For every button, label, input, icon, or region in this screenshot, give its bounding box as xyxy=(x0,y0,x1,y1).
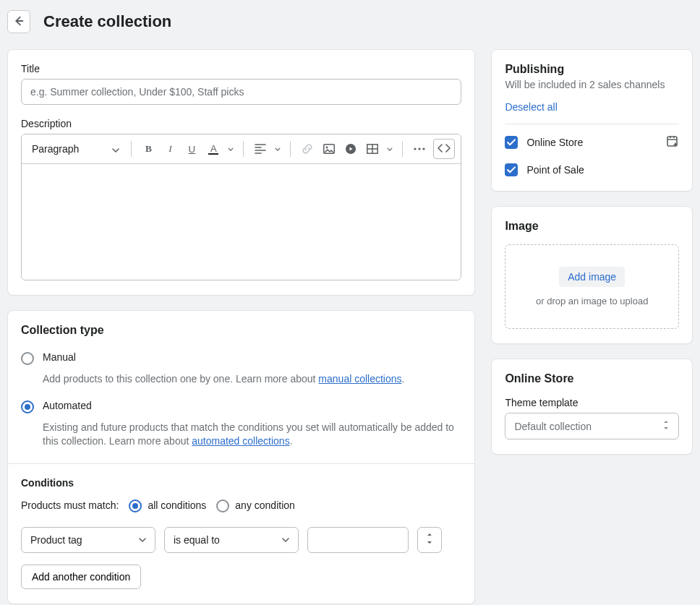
image-icon xyxy=(323,144,335,154)
all-conditions-label: all conditions xyxy=(148,499,206,511)
textcolor-caret[interactable] xyxy=(226,140,236,158)
publishing-card: Publishing Will be included in 2 sales c… xyxy=(491,49,693,192)
caret-down-icon xyxy=(112,143,119,155)
match-label: Products must match: xyxy=(21,499,119,511)
image-dropzone[interactable]: Add image or drop an image to upload xyxy=(505,244,679,329)
back-button[interactable] xyxy=(7,10,30,33)
link-button[interactable] xyxy=(298,140,317,158)
channel-pos-checkbox[interactable] xyxy=(505,163,518,176)
deselect-all-link[interactable]: Deselect all xyxy=(505,101,557,113)
description-label: Description xyxy=(21,118,461,129)
condition-operator-select[interactable]: is equal to xyxy=(164,527,299,553)
title-label: Title xyxy=(21,63,461,74)
arrow-left-icon xyxy=(12,14,25,30)
select-sort-icon xyxy=(662,420,670,432)
bold-button[interactable]: B xyxy=(139,140,158,158)
channel-online-checkbox[interactable] xyxy=(505,136,518,149)
condition-field-select[interactable]: Product tag xyxy=(21,527,155,553)
add-condition-button[interactable]: Add another condition xyxy=(21,565,141,589)
schedule-button[interactable] xyxy=(666,134,679,150)
channel-pos-label: Point of Sale xyxy=(526,164,584,176)
link-icon xyxy=(302,143,313,155)
video-button[interactable] xyxy=(341,140,360,158)
rte-textarea[interactable] xyxy=(22,164,461,280)
automated-label: Automated xyxy=(43,400,92,411)
italic-icon: I xyxy=(168,143,171,155)
align-caret[interactable] xyxy=(273,140,283,158)
table-caret[interactable] xyxy=(385,140,395,158)
text-color-icon: A xyxy=(208,144,218,155)
more-icon xyxy=(414,147,425,150)
add-image-button[interactable]: Add image xyxy=(559,267,625,287)
more-button[interactable] xyxy=(410,140,429,158)
svg-point-5 xyxy=(419,147,421,150)
conditions-heading: Conditions xyxy=(21,477,461,489)
play-circle-icon xyxy=(345,143,357,155)
automated-collections-link[interactable]: automated collections xyxy=(192,435,289,447)
paragraph-select-label: Paragraph xyxy=(32,143,79,155)
svg-point-4 xyxy=(414,147,417,150)
image-heading: Image xyxy=(505,220,679,233)
online-store-heading: Online Store xyxy=(505,372,679,385)
calendar-icon xyxy=(666,137,679,150)
theme-template-select[interactable]: Default collection xyxy=(505,413,679,439)
collection-type-card: Collection type Manual Add products to t… xyxy=(7,310,475,604)
align-button[interactable] xyxy=(251,140,270,158)
source-button[interactable] xyxy=(433,139,455,159)
any-condition-label: any condition xyxy=(235,499,295,511)
check-icon xyxy=(507,136,516,149)
publishing-sub: Will be included in 2 sales channels xyxy=(505,79,679,90)
channel-online-label: Online Store xyxy=(526,137,583,148)
manual-label: Manual xyxy=(43,351,76,363)
svg-point-6 xyxy=(423,147,425,150)
image-button[interactable] xyxy=(320,140,338,158)
condition-sort-button[interactable] xyxy=(417,527,442,553)
theme-label: Theme template xyxy=(505,397,679,408)
chevron-down-icon xyxy=(139,538,146,542)
check-icon xyxy=(507,163,516,176)
sort-icon xyxy=(426,533,433,546)
table-icon xyxy=(367,144,378,154)
rte-editor: Paragraph B I U xyxy=(21,134,461,280)
manual-desc: Add products to this collection one by o… xyxy=(43,372,461,387)
all-conditions-radio[interactable] xyxy=(129,499,142,512)
page-title: Create collection xyxy=(43,12,171,31)
table-button[interactable] xyxy=(363,140,382,158)
manual-collections-link[interactable]: manual collections xyxy=(318,373,401,385)
bold-icon: B xyxy=(145,143,152,155)
condition-value-input[interactable] xyxy=(307,527,409,553)
chevron-down-icon xyxy=(282,538,289,542)
svg-point-1 xyxy=(326,147,328,149)
title-input[interactable] xyxy=(21,79,461,105)
paragraph-select[interactable]: Paragraph xyxy=(27,140,124,158)
underline-button[interactable]: U xyxy=(182,140,201,158)
textcolor-button[interactable]: A xyxy=(204,140,223,158)
online-store-card: Online Store Theme template Default coll… xyxy=(491,359,693,455)
code-icon xyxy=(438,144,451,155)
manual-radio[interactable] xyxy=(21,352,34,365)
any-condition-radio[interactable] xyxy=(216,499,229,512)
image-card: Image Add image or drop an image to uplo… xyxy=(491,206,693,344)
collection-type-heading: Collection type xyxy=(21,324,461,337)
italic-button[interactable]: I xyxy=(161,140,179,158)
automated-radio[interactable] xyxy=(21,400,34,413)
image-hint: or drop an image to upload xyxy=(536,296,648,306)
title-card: Title Description Paragraph xyxy=(7,49,475,296)
align-icon xyxy=(255,144,266,154)
underline-icon: U xyxy=(189,144,196,155)
publishing-heading: Publishing xyxy=(505,63,679,76)
automated-desc: Existing and future products that match … xyxy=(43,421,461,449)
